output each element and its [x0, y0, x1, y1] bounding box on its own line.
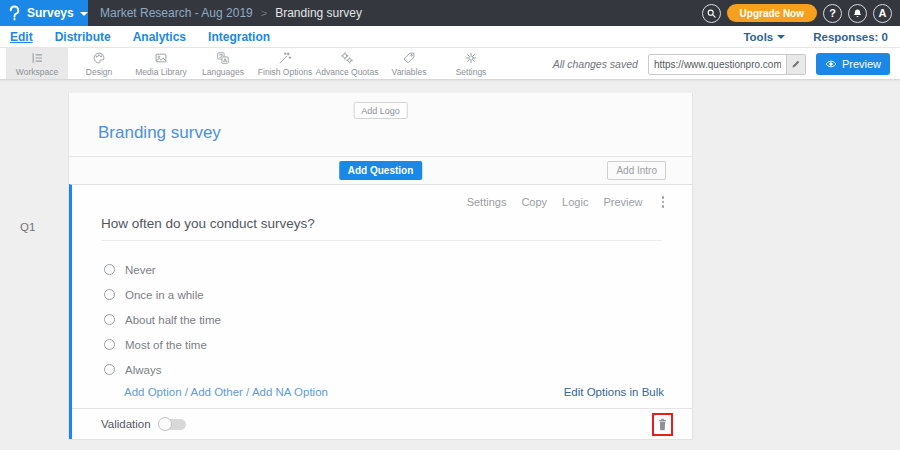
- question-actions: Settings Copy Logic Preview: [467, 196, 664, 208]
- tool-advance-quotas[interactable]: Advance Quotas: [316, 48, 378, 79]
- question-preview-link[interactable]: Preview: [603, 196, 642, 208]
- tool-label: Advance Quotas: [316, 67, 379, 77]
- question-card: Settings Copy Logic Preview How often do…: [69, 184, 692, 439]
- tools-label: Tools: [743, 31, 773, 43]
- tool-workspace[interactable]: Workspace: [6, 48, 68, 79]
- notifications-bell-icon[interactable]: [848, 4, 867, 23]
- radio-icon[interactable]: [104, 264, 115, 275]
- tool-label: Languages: [202, 67, 244, 77]
- more-options-icon[interactable]: [662, 196, 665, 208]
- translate-icon: [216, 51, 230, 65]
- top-bar: Surveys Market Research - Aug 2019 > Bra…: [0, 0, 900, 26]
- question-text[interactable]: How often do you conduct surveys?: [101, 216, 662, 241]
- image-icon: [154, 51, 168, 65]
- quota-gears-icon: [340, 51, 354, 65]
- option-row[interactable]: Once in a while: [104, 282, 221, 307]
- toggle-knob: [158, 417, 172, 431]
- preview-label: Preview: [842, 58, 881, 70]
- tool-label: Settings: [456, 67, 487, 77]
- breadcrumb-folder[interactable]: Market Research - Aug 2019: [100, 6, 253, 20]
- product-name: Surveys: [27, 6, 74, 20]
- tool-languages[interactable]: Languages: [192, 48, 254, 79]
- add-question-row: Add Question Add Intro: [69, 157, 692, 184]
- help-button[interactable]: ?: [823, 4, 842, 23]
- radio-icon[interactable]: [104, 339, 115, 350]
- surveys-menu[interactable]: Surveys: [0, 0, 88, 26]
- tool-media-library[interactable]: Media Library: [130, 48, 192, 79]
- option-label[interactable]: About half the time: [125, 314, 221, 326]
- tool-design[interactable]: Design: [68, 48, 130, 79]
- tab-distribute[interactable]: Distribute: [55, 30, 111, 44]
- option-row[interactable]: Most of the time: [104, 332, 221, 357]
- radio-icon[interactable]: [104, 314, 115, 325]
- search-icon[interactable]: [702, 4, 721, 23]
- option-row[interactable]: About half the time: [104, 307, 221, 332]
- option-label[interactable]: Most of the time: [125, 339, 207, 351]
- chevron-down-icon: [777, 35, 785, 39]
- survey-url-input[interactable]: [649, 55, 786, 74]
- radio-icon[interactable]: [104, 364, 115, 375]
- option-label[interactable]: Once in a while: [125, 289, 204, 301]
- add-option-link[interactable]: Add Option: [124, 386, 182, 398]
- edit-url-pencil-icon[interactable]: [786, 55, 805, 74]
- breadcrumb-survey-name: Branding survey: [275, 6, 362, 20]
- tab-edit[interactable]: Edit: [10, 30, 33, 44]
- tool-label: Design: [86, 67, 112, 77]
- palette-icon: [92, 51, 106, 65]
- tool-label: Workspace: [16, 67, 58, 77]
- add-option-links: Add Option / Add Other / Add NA Option: [124, 386, 328, 398]
- section-nav: Edit Distribute Analytics Integration To…: [0, 26, 900, 48]
- gear-icon: [464, 51, 478, 65]
- add-other-link[interactable]: Add Other: [191, 386, 243, 398]
- highlight-box: [652, 413, 673, 436]
- question-footer: Validation: [72, 408, 692, 439]
- tab-integration[interactable]: Integration: [208, 30, 270, 44]
- validation-label: Validation: [101, 418, 151, 430]
- option-label[interactable]: Always: [125, 364, 161, 376]
- add-logo-button[interactable]: Add Logo: [353, 102, 408, 119]
- option-label[interactable]: Never: [125, 264, 156, 276]
- edit-options-in-bulk-link[interactable]: Edit Options in Bulk: [564, 386, 664, 398]
- tool-label: Finish Options: [258, 67, 312, 77]
- option-links-row: Add Option / Add Other / Add NA Option E…: [124, 386, 664, 398]
- tool-variables[interactable]: Variables: [378, 48, 440, 79]
- survey-canvas: Add Logo Branding survey Add Question Ad…: [68, 93, 693, 440]
- radio-icon[interactable]: [104, 289, 115, 300]
- questionpro-logo-icon: [8, 5, 21, 21]
- tools-menu[interactable]: Tools: [743, 31, 785, 43]
- tool-settings[interactable]: Settings: [440, 48, 502, 79]
- wand-icon: [278, 51, 292, 65]
- tool-label: Variables: [392, 67, 427, 77]
- survey-url-group: [648, 54, 806, 75]
- workspace-icon: [30, 51, 44, 65]
- survey-header: Add Logo Branding survey: [69, 93, 692, 157]
- survey-title[interactable]: Branding survey: [98, 123, 221, 143]
- tool-label: Media Library: [135, 67, 187, 77]
- editor-toolbar: Workspace Design Media Library Languages…: [0, 48, 900, 80]
- chevron-down-icon: [80, 12, 88, 16]
- tab-analytics[interactable]: Analytics: [133, 30, 186, 44]
- question-copy-link[interactable]: Copy: [521, 196, 547, 208]
- question-logic-link[interactable]: Logic: [562, 196, 588, 208]
- responses-count[interactable]: Responses: 0: [813, 31, 888, 43]
- autosave-status: All changes saved: [553, 58, 638, 70]
- question-settings-link[interactable]: Settings: [467, 196, 507, 208]
- validation-toggle[interactable]: [159, 419, 186, 430]
- eye-icon: [825, 58, 837, 70]
- survey-editor-screen: Surveys Market Research - Aug 2019 > Bra…: [0, 0, 900, 450]
- toolbar-right: All changes saved Preview: [553, 48, 890, 80]
- answer-options: Never Once in a while About half the tim…: [104, 257, 221, 382]
- option-row[interactable]: Never: [104, 257, 221, 282]
- add-na-option-link[interactable]: Add NA Option: [252, 386, 328, 398]
- add-question-button[interactable]: Add Question: [339, 161, 423, 180]
- breadcrumb: Market Research - Aug 2019 > Branding su…: [100, 6, 362, 20]
- tool-finish-options[interactable]: Finish Options: [254, 48, 316, 79]
- upgrade-now-button[interactable]: Upgrade Now: [727, 4, 817, 22]
- preview-button[interactable]: Preview: [816, 53, 890, 75]
- user-avatar[interactable]: A: [873, 4, 892, 23]
- add-intro-button[interactable]: Add Intro: [607, 161, 666, 180]
- option-row[interactable]: Always: [104, 357, 221, 382]
- delete-question-trash-icon[interactable]: [657, 418, 668, 431]
- breadcrumb-separator: >: [261, 7, 267, 19]
- link-separator: /: [243, 386, 252, 398]
